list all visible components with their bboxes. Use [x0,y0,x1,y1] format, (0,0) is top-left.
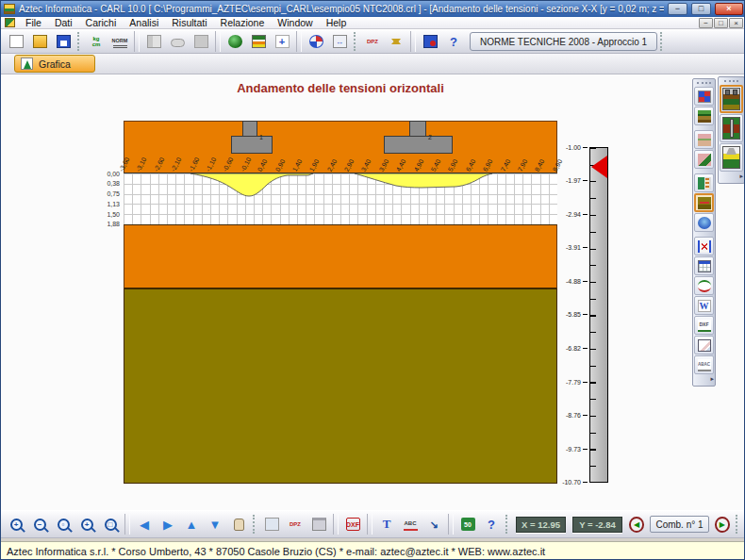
tab-grafica-label: Grafica [39,58,71,70]
sidebar-overflow-arrow[interactable]: ▸ [710,375,714,383]
menu-items: FileDatiCarichiAnalisiRisultatiRelazione… [19,17,353,28]
mdi-control-button[interactable]: □ [714,18,728,28]
depth-ruler[interactable] [589,147,608,483]
compass-button[interactable] [305,31,327,52]
menu-item[interactable]: Risultati [165,17,213,29]
next-combination-button[interactable]: ▶ [715,517,730,533]
toolbar-grip [253,515,257,534]
plinth-model-icon [722,88,740,110]
save-report-button[interactable] [419,31,441,52]
toggle-button[interactable] [166,31,189,52]
render-button[interactable] [224,31,246,52]
open-file-button[interactable] [28,31,51,52]
dpz-view-button[interactable]: DPZ [284,514,306,535]
combination-selector[interactable]: Comb. n° 1 [650,516,708,533]
tool-water-table[interactable] [694,213,714,232]
menu-item[interactable]: Dati [48,17,79,29]
menu-item[interactable]: Help [320,17,354,29]
tool-results-table[interactable] [694,256,714,275]
middle-soil-band [124,224,557,288]
menu-item[interactable]: Relazione [214,17,272,29]
pan-right-button[interactable]: ▶ [157,514,179,535]
zoom-in-icon: + [10,519,23,531]
toolbar-separator [296,31,302,52]
minimize-button[interactable]: − [668,3,687,15]
text-tool-button[interactable]: T [375,514,398,535]
pan-up-button[interactable]: ▲ [180,514,203,535]
help-button-bottom[interactable]: ? [480,514,503,535]
stress-bulb-2 [355,173,492,188]
tool-dxf-curve[interactable]: DXF [694,316,714,335]
save-file-button[interactable] [52,31,74,52]
stress-grid [124,173,557,224]
tool-chart-window[interactable] [694,336,714,354]
depth-pointer-icon[interactable] [591,156,607,178]
tool-soil-wedge[interactable] [694,150,714,169]
view-pile-model[interactable] [720,114,743,142]
tool-abacus[interactable]: ABAC [694,355,714,374]
print-preview-button[interactable] [260,514,283,535]
pointer-tool-icon: ↘ [427,518,441,531]
toolbar-grip [354,32,358,51]
new-file-button[interactable] [5,31,27,52]
zoom-in-button[interactable]: + [5,514,27,535]
menu-item[interactable]: File [19,17,48,29]
zoom-window-button[interactable]: □ [99,514,122,535]
print-button[interactable] [307,514,330,535]
layers-button[interactable] [247,31,270,52]
zoom-page-button[interactable]: ▫ [52,514,74,535]
tool-excavation[interactable] [694,130,714,149]
tool-soil-profile[interactable] [694,107,714,125]
pan-left-button[interactable]: ◀ [133,514,156,535]
tab-grafica[interactable]: Grafica [14,55,95,73]
options-button[interactable] [190,31,212,52]
scale-button[interactable]: 50 [456,514,479,535]
plinth-2-stem [409,121,426,137]
status-text: Aztec Informatica s.r.l. * Corso Umberto… [7,546,545,557]
stress-map-icon [698,197,711,209]
maximize-button[interactable]: □ [691,3,711,15]
menu-item[interactable]: Window [271,17,319,29]
toolbar-separator [215,31,221,52]
view-embankment-model[interactable] [720,143,743,172]
tool-pile-spring[interactable] [694,173,714,192]
pan-left-icon: ◀ [140,519,149,531]
norm-codes-button[interactable]: NORM [108,31,131,52]
zoom-extents-button[interactable]: + [75,514,98,535]
tool-word-export[interactable]: W [694,296,714,315]
plinth-2-footing [384,136,453,154]
units-button[interactable]: kgcm [85,31,108,52]
view-plinth-model[interactable] [720,85,743,113]
menu-item[interactable]: Analisi [123,17,165,29]
dxf-export-button[interactable]: DXF [341,514,364,535]
dpz-display-button[interactable]: DPZ [361,31,384,52]
pan-down-button[interactable]: ▼ [204,514,226,535]
measure-button[interactable]: ↔ [328,31,351,52]
x-coordinate-display: X = 12.95 [516,517,566,533]
tool-influence-curves[interactable] [694,276,714,295]
mdi-control-button[interactable]: × [729,18,743,28]
axis-button[interactable]: + [271,31,293,52]
tool-stress-map[interactable] [694,193,714,212]
previous-combination-button[interactable]: ◀ [629,517,644,533]
zoom-window-icon: □ [105,519,117,531]
norme-tecniche-combo[interactable]: NORME TECNICHE 2008 - Approccio 1 [470,32,657,51]
soil-tools-button[interactable] [142,31,165,52]
help-icon: ? [485,518,499,531]
sidebar-overflow-arrow[interactable]: ▸ [739,173,743,180]
zoom-out-button[interactable]: − [28,514,51,535]
section-cut-icon [698,240,711,253]
combinations-button[interactable] [385,31,407,52]
tool-legend-colors[interactable] [694,87,714,106]
spell-check-button[interactable]: ABC [399,514,422,535]
help-button[interactable]: ? [442,31,465,52]
close-button[interactable]: × [715,3,743,15]
mdi-control-button[interactable]: − [699,18,713,28]
pan-hand-button[interactable] [227,514,250,535]
pan-right-icon: ▶ [163,519,173,531]
menu-item[interactable]: Carichi [79,17,124,29]
toolbar-grip [736,515,740,534]
y-coordinate-display: Y = -2.84 [572,517,622,533]
tool-section-cut[interactable] [694,237,714,255]
pointer-tool-button[interactable]: ↘ [422,514,445,535]
